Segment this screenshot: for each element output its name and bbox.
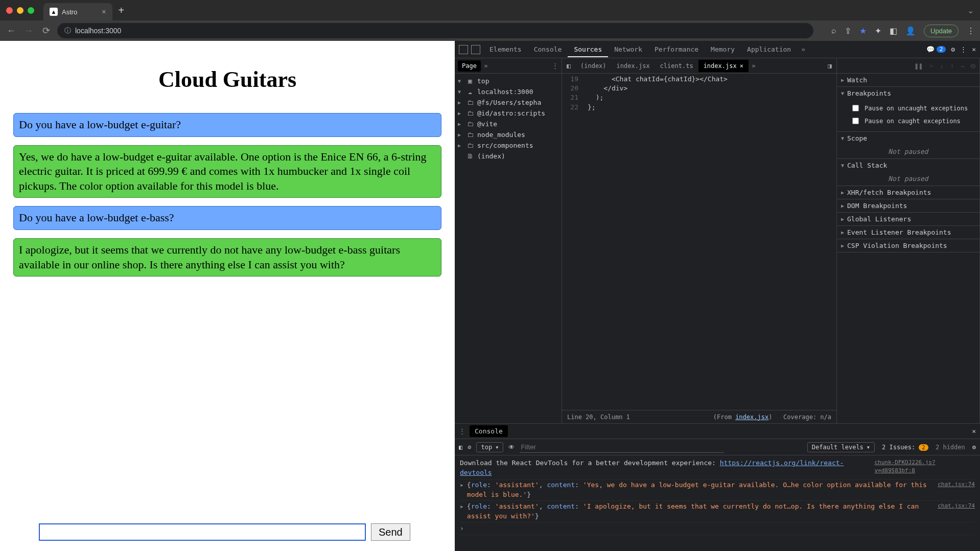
step-icon[interactable]: →	[961, 62, 965, 70]
window-minimize-icon[interactable]	[17, 7, 24, 14]
devtools-tab-network[interactable]: Network	[608, 42, 648, 56]
site-info-icon[interactable]: ⓘ	[64, 26, 71, 35]
devtools-tab-memory[interactable]: Memory	[705, 42, 741, 56]
tree-folder[interactable]: ▶🗀@vite	[455, 119, 562, 129]
debugger-section[interactable]: ▶Global Listeners	[837, 213, 979, 226]
context-selector[interactable]: top▾	[476, 442, 503, 452]
step-over-icon[interactable]: ↷	[929, 62, 933, 70]
devtools-close-icon[interactable]: ×	[972, 45, 976, 53]
extensions-icon[interactable]: ✦	[875, 26, 881, 36]
debugger-section[interactable]: ▶DOM Breakpoints	[837, 199, 979, 213]
toggle-debugger-icon[interactable]: ◨	[823, 62, 836, 70]
more-menu-icon[interactable]: ⋮	[967, 26, 975, 36]
chevron-down-icon[interactable]: ⌄	[967, 6, 974, 15]
chat-input-row: Send	[13, 523, 441, 541]
search-icon[interactable]: ⌕	[831, 26, 836, 35]
browser-toolbar: ← → ⟳ ⓘ localhost:3000 ⌕ ⇪ ★ ✦ ◧ 👤 Updat…	[0, 20, 980, 41]
debugger-section[interactable]: ▼Call StackNot paused	[837, 159, 979, 186]
device-toolbar-icon[interactable]	[471, 45, 480, 54]
page-title: Cloud Guitars	[13, 66, 441, 93]
toggle-navigator-icon[interactable]: ◧	[562, 62, 575, 70]
log-levels-selector[interactable]: Default levels▾	[807, 442, 875, 452]
navigator-more-icon[interactable]: »	[484, 62, 488, 70]
devtools-tabbar: ElementsConsoleSourcesNetworkPerformance…	[455, 41, 980, 58]
open-file-tab[interactable]: client.ts	[655, 60, 698, 72]
tree-folder[interactable]: ▶🗀src/components	[455, 140, 562, 151]
open-file-tab[interactable]: (index)	[575, 60, 612, 72]
new-tab-button[interactable]: +	[119, 5, 125, 16]
step-out-icon[interactable]: ↑	[950, 62, 954, 70]
chat-input[interactable]	[39, 523, 366, 541]
console-drawer-menu-icon[interactable]: ⋮	[459, 427, 465, 435]
tree-folder[interactable]: ▶🗀node_modules	[455, 129, 562, 140]
line-gutter: 19202122	[562, 74, 582, 410]
debugger-section[interactable]: ▼ScopeNot paused	[837, 132, 979, 159]
window-traffic-lights	[6, 7, 34, 14]
tab-close-icon[interactable]: ×	[102, 8, 106, 16]
inspect-element-icon[interactable]	[459, 45, 468, 54]
devtools-tab-performance[interactable]: Performance	[648, 42, 705, 56]
nav-reload-icon[interactable]: ⟳	[40, 25, 52, 36]
source-map-link[interactable]: index.jsx	[735, 414, 768, 421]
bookmark-star-icon[interactable]: ★	[859, 26, 867, 36]
pause-uncaught-checkbox[interactable]: Pause on uncaught exceptions	[850, 102, 973, 114]
tree-folder[interactable]: ▶🗀@id/astro:scripts	[455, 108, 562, 119]
step-into-icon[interactable]: ↓	[940, 62, 944, 70]
open-file-tab[interactable]: index.jsx	[612, 60, 655, 72]
live-expression-icon[interactable]: 👁	[508, 444, 515, 451]
hidden-count: 2 hidden	[936, 444, 965, 451]
debugger-section[interactable]: ▶Event Listener Breakpoints	[837, 226, 979, 239]
console-filter-input[interactable]	[520, 442, 724, 453]
tree-file-index[interactable]: 🗎(index)	[455, 151, 562, 162]
console-log-entry[interactable]: Download the React DevTools for a better…	[460, 457, 975, 479]
nav-forward-icon[interactable]: →	[22, 26, 35, 36]
devtools-tab-elements[interactable]: Elements	[483, 42, 528, 56]
sources-editor: ◧ (index)index.jsxclient.tsindex.jsx× » …	[562, 58, 837, 423]
more-files-icon[interactable]: »	[749, 62, 759, 70]
nav-back-icon[interactable]: ←	[5, 26, 17, 36]
clear-console-icon[interactable]: ⊘	[468, 444, 471, 451]
debugger-section[interactable]: ▶XHR/fetch Breakpoints	[837, 186, 979, 199]
debugger-section[interactable]: ▼BreakpointsPause on uncaught exceptions…	[837, 87, 979, 132]
issues-summary[interactable]: 2 Issues: 2	[882, 444, 928, 451]
devtools-more-icon[interactable]: ⋮	[960, 45, 967, 53]
tree-top[interactable]: ▼▣top	[455, 76, 562, 86]
code-area[interactable]: <Chat chatId={chatId}></Chat> </div> );}…	[582, 74, 836, 410]
devtools-tab-console[interactable]: Console	[528, 42, 568, 56]
navigator-menu-icon[interactable]: ⋮	[552, 62, 558, 70]
devtools-pane: ElementsConsoleSourcesNetworkPerformance…	[455, 41, 980, 551]
console-prompt[interactable]: ›	[460, 523, 975, 535]
window-zoom-icon[interactable]	[28, 7, 34, 14]
issues-badge: 2	[937, 46, 946, 53]
send-button[interactable]: Send	[371, 523, 410, 541]
debugger-section[interactable]: ▶Watch	[837, 74, 979, 87]
navigator-page-tab[interactable]: Page	[458, 60, 481, 72]
tree-folder[interactable]: ▶🗀@fs/Users/stepha	[455, 97, 562, 108]
deactivate-breakpoints-icon[interactable]: ⦸	[971, 61, 975, 70]
sidepanel-icon[interactable]: ◧	[890, 26, 897, 36]
console-drawer-close-icon[interactable]: ×	[972, 427, 976, 435]
toggle-sidebar-icon[interactable]: ◧	[459, 444, 462, 451]
browser-tab[interactable]: ▲ Astro ×	[43, 3, 112, 20]
update-button[interactable]: Update	[924, 25, 959, 37]
issues-button[interactable]: 💬2	[926, 45, 946, 53]
profile-icon[interactable]: 👤	[905, 26, 916, 36]
console-log-entry[interactable]: ▸{role: 'assistant', content: 'I apologi…	[460, 501, 975, 523]
devtools-tab-sources[interactable]: Sources	[568, 42, 608, 57]
devtools-tab-application[interactable]: Application	[741, 42, 797, 56]
tree-host[interactable]: ▼☁localhost:3000	[455, 86, 562, 97]
debugger-section[interactable]: ▶CSP Violation Breakpoints	[837, 239, 979, 252]
close-file-icon[interactable]: ×	[740, 62, 743, 70]
console-log-entry[interactable]: ▸{role: 'assistant', content: 'Yes, we d…	[460, 479, 975, 501]
window-close-icon[interactable]	[6, 7, 13, 14]
pause-caught-checkbox[interactable]: Pause on caught exceptions	[850, 114, 973, 127]
console-drawer-tab[interactable]: Console	[470, 425, 508, 437]
more-tabs-icon[interactable]: »	[798, 45, 808, 53]
open-file-tab[interactable]: index.jsx×	[698, 60, 749, 72]
address-bar[interactable]: ⓘ localhost:3000	[57, 23, 813, 38]
settings-gear-icon[interactable]: ⚙	[951, 45, 955, 53]
sources-navigator: Page » ⋮ ▼▣top ▼☁localhost:3000 ▶🗀@fs/Us…	[455, 58, 562, 423]
pause-icon[interactable]: ❚❚	[914, 62, 923, 70]
share-icon[interactable]: ⇪	[845, 26, 851, 36]
console-settings-icon[interactable]: ⚙	[972, 444, 976, 451]
